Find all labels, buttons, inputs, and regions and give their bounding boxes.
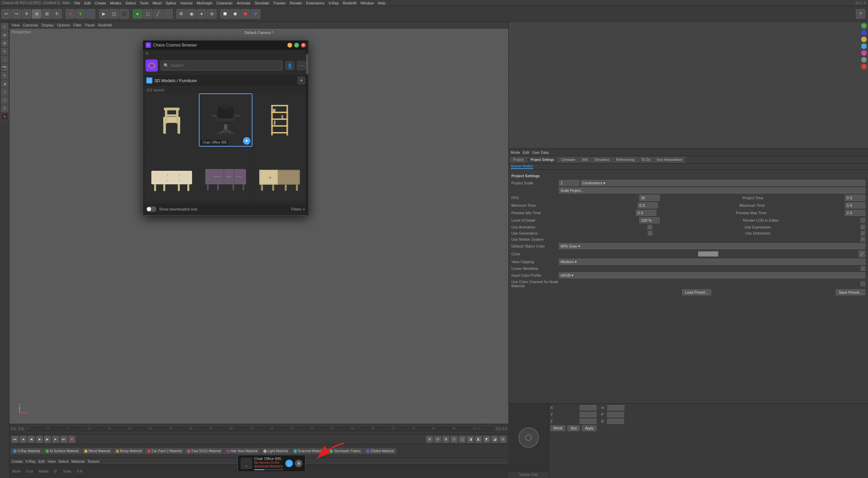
cosmos-scrollbar[interactable] [306, 40, 308, 215]
render-active[interactable]: ⬛ [119, 9, 129, 19]
prop-save-preset-btn[interactable]: Save Preset... [836, 289, 865, 295]
tab-info[interactable]: Info [579, 157, 591, 163]
cosmos-user-btn[interactable]: 👤 [285, 61, 294, 70]
cosmos-hamburger-btn[interactable]: ≡ [143, 50, 308, 57]
prop-val-unit[interactable]: Centimeters ▾ [581, 180, 865, 186]
tl-prev[interactable]: ◄ [20, 436, 26, 443]
axis-x[interactable]: X [65, 9, 75, 19]
prop-lod-editor-check[interactable] [861, 218, 865, 223]
prop-maxtime-val[interactable]: 3 S [845, 202, 865, 208]
asset-cell-2[interactable] [253, 93, 306, 147]
prop-val-scale[interactable]: 1 [559, 180, 579, 186]
asset-cell-0[interactable] [145, 93, 198, 147]
asset-cell-5[interactable] [253, 147, 306, 201]
record-btn[interactable]: ⏺ [241, 9, 250, 19]
prop-icp-val[interactable]: sRGB ▾ [559, 272, 865, 278]
prop-ptime-val[interactable]: 0 S [845, 195, 865, 201]
scene-btn3[interactable]: ♦ [197, 9, 206, 19]
mat-ai[interactable]: AI Surface Material [43, 448, 81, 454]
lt-sculpt[interactable]: ◈ [1, 80, 8, 88]
cosmos-minimize-btn[interactable] [287, 43, 292, 48]
dl-retry-btn[interactable]: ↓ [285, 460, 293, 467]
prop-scale-project-btn[interactable]: Scale Project... [559, 187, 865, 194]
lt-scene[interactable]: S [1, 105, 8, 112]
tl-play-back[interactable]: ◀ [28, 436, 35, 443]
lt-brush[interactable]: ✎ [1, 72, 8, 79]
tl-extra4[interactable]: ⊡ [451, 436, 457, 443]
br-x-val[interactable] [580, 405, 597, 410]
object-tool[interactable]: ● [133, 9, 142, 19]
scene-btn2[interactable]: ◉ [187, 9, 196, 19]
mat-bump[interactable]: Bump Material [113, 448, 144, 454]
tl-record[interactable]: ⏺ [69, 436, 75, 443]
tl-extra10[interactable]: ⊟ [499, 436, 506, 443]
tab-project[interactable]: Project [510, 157, 527, 163]
mat-2sided[interactable]: 2Sided Material [364, 448, 396, 454]
vray-btn[interactable]: V [251, 9, 260, 19]
dot-6[interactable] [861, 50, 867, 56]
tl-extra5[interactable]: ◫ [459, 436, 466, 443]
br-apply-btn[interactable]: Apply [582, 425, 597, 431]
dot-5[interactable] [861, 43, 867, 49]
tab-dynamics[interactable]: Dynamics [591, 157, 612, 163]
prop-anim-check[interactable] [647, 225, 652, 229]
dot-7[interactable] [861, 57, 867, 62]
cosmos-more-btn[interactable]: ⋯ [297, 61, 306, 70]
br-z-val[interactable] [580, 419, 597, 424]
menu-redshift[interactable]: Redshift [343, 1, 356, 5]
vt-panel[interactable]: Panel [85, 23, 95, 27]
menu-help[interactable]: Help [378, 1, 385, 5]
menu-window[interactable]: Window [360, 1, 374, 5]
undo-button[interactable]: ↩ [1, 9, 11, 19]
dot-3[interactable] [861, 30, 867, 35]
cosmos-search-box[interactable]: 🔍 [161, 60, 283, 71]
prop-lod-val[interactable]: 100 % [639, 217, 660, 223]
help-btn[interactable]: ? [856, 9, 865, 19]
menu-modes[interactable]: Modes [110, 1, 121, 5]
tl-extra3[interactable]: ⊠ [442, 436, 449, 443]
prop-fps-val[interactable]: 30 [639, 195, 660, 201]
menu-simulate[interactable]: Simulate [254, 1, 269, 5]
tl-first[interactable]: ⏮ [12, 436, 18, 443]
vt-redshift[interactable]: Redshift [98, 23, 112, 27]
prop-gen-check[interactable] [648, 231, 653, 236]
redo-button[interactable]: ↪ [12, 9, 21, 19]
mt-texture[interactable]: Texture [87, 459, 99, 463]
tab-cineware[interactable]: Cineware [558, 157, 578, 163]
scene-btn1[interactable]: ⚙ [176, 9, 186, 19]
prop-prevmin-val[interactable]: 0 S [636, 210, 656, 216]
lt-hair[interactable]: ≈ [1, 88, 8, 96]
menu-edit[interactable]: Edit [84, 1, 91, 5]
vt-cameras[interactable]: Cameras [23, 23, 38, 27]
move-tool[interactable]: ⊕ [32, 9, 41, 19]
lt-vray1[interactable]: V [1, 96, 8, 104]
menu-tools[interactable]: Tools [140, 1, 149, 5]
vt-options[interactable]: Options [57, 23, 70, 27]
rotate-tool[interactable]: ↻ [52, 9, 62, 19]
mat-stochastic[interactable]: Stochastic Flakes [327, 448, 363, 454]
tl-extra1[interactable]: ⊞ [426, 436, 433, 443]
asset-cell-1[interactable]: Chair Office 005 + [199, 93, 252, 147]
tl-extra8[interactable]: ◩ [483, 436, 490, 443]
dot-8[interactable] [861, 64, 867, 69]
cosmos-downloaded-toggle[interactable] [146, 206, 156, 212]
menu-character[interactable]: Character [216, 1, 233, 5]
lt-move[interactable]: ⊕ [1, 31, 8, 39]
mat-carpaint[interactable]: Car Paint 2 Material [145, 448, 184, 454]
tl-extra7[interactable]: ◧ [475, 436, 482, 443]
prop-def-check[interactable] [861, 231, 865, 236]
vt-display[interactable]: Display [41, 23, 54, 27]
scene-btn4[interactable]: ⊛ [207, 9, 216, 19]
menu-mograph[interactable]: MoGraph [197, 1, 212, 5]
br-p-val[interactable] [607, 412, 624, 417]
prop-expr-check[interactable] [861, 225, 865, 229]
dot-2[interactable] [861, 23, 867, 29]
cosmos-maximize-btn[interactable] [294, 43, 299, 48]
menu-tracker[interactable]: Tracker [273, 1, 286, 5]
br-size-btn[interactable]: Size [567, 425, 580, 431]
tl-play[interactable]: ▶ [44, 436, 51, 443]
workplane-btn[interactable]: ⏹ [230, 9, 240, 19]
timeline-ruler[interactable]: 0 4 8 12 16 20 24 28 32 36 40 44 48 52 5… [25, 426, 494, 433]
menu-spline[interactable]: Spline [166, 1, 176, 5]
axis-y[interactable]: Y [76, 9, 85, 19]
